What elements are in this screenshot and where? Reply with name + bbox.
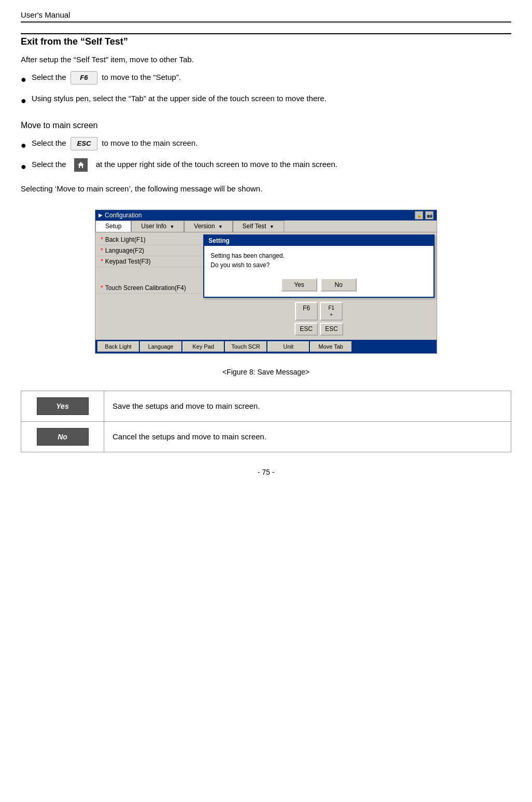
bottom-tab-touchscr[interactable]: Touch SCR [225, 341, 267, 352]
fig-arrow-icon: ▶ [99, 212, 103, 218]
dialog-title: Setting [204, 236, 433, 246]
dialog-box: Setting Setting has been changed. Do you… [203, 234, 435, 298]
table-row-yes: Yes Save the setups and move to main scr… [21, 391, 511, 421]
fig-row-2: * Language(F2) [97, 245, 201, 256]
fig-content-area: * Back Light(F1) * Language(F2) * Keypad… [95, 232, 437, 340]
bullet-dot-4: ● [21, 159, 26, 174]
no-description: Cancel the setups and move to main scree… [104, 421, 511, 452]
yes-btn-cell: Yes [21, 391, 104, 421]
esc-key: ESC [71, 137, 97, 150]
fig-tab-setup[interactable]: Setup [95, 220, 131, 232]
dialog-no-btn[interactable]: No [320, 278, 357, 292]
fig-row-1: * Back Light(F1) [97, 234, 201, 245]
figure-container: ▶ Configuration 🔒 📷 Setup User Info ▼ Ve… [95, 210, 437, 354]
page-footer: - 75 - [21, 468, 511, 476]
bullet1-suffix: to move to the “Setup”. [102, 73, 181, 81]
fig-tab-selftest[interactable]: Self Test ▼ [233, 220, 284, 232]
dialog-body: Setting has been changed. Do you wish to… [204, 246, 433, 275]
fig-title-icons: 🔒 📷 [415, 211, 433, 219]
section1-heading: Exit from the “Self Test” [21, 36, 511, 47]
fig-left-panel: * Back Light(F1) * Language(F2) * Keypad… [97, 234, 201, 338]
save-table: Yes Save the setups and move to main scr… [21, 391, 511, 452]
fig-title: Configuration [105, 212, 142, 219]
bullet1-prefix: Select the [32, 73, 66, 81]
bullet3-suffix: to move to the main screen. [102, 139, 198, 147]
key-f6: F6 [295, 302, 318, 321]
bottom-tab-language[interactable]: Language [140, 341, 181, 352]
key-row-1: F6 F1 + [295, 302, 343, 321]
page-header: User's Manual [21, 10, 511, 23]
no-btn-cell: No [21, 421, 104, 452]
fig-tab-version[interactable]: Version ▼ [184, 220, 232, 232]
star-2: * [101, 247, 103, 254]
section3-intro: Selecting ‘Move to main screen’, the fol… [21, 183, 511, 195]
section2-heading: Move to main screen [21, 119, 511, 132]
table-row-no: No Cancel the setups and move to main sc… [21, 421, 511, 452]
bullet4-suffix: at the upper right side of the touch scr… [96, 160, 338, 169]
bullet3-prefix: Select the [32, 139, 66, 147]
star-3: * [101, 258, 103, 265]
fig-row-3: * Keypad Test(F3) [97, 256, 201, 267]
star-4: * [101, 284, 103, 292]
manual-title: User's Manual [21, 10, 70, 19]
row-text-3: Keypad Test(F3) [105, 258, 151, 265]
f6-key: F6 [71, 71, 97, 85]
bullet-item-3: ● Select the ESC to move to the main scr… [21, 137, 511, 153]
figure-caption: <Figure 8: Save Message> [222, 366, 310, 378]
key-f1-esc: F1 + [320, 302, 343, 321]
fig-right-panel: Setting Setting has been changed. Do you… [203, 234, 435, 338]
bullet-dot-3: ● [21, 138, 26, 153]
fig-key-panel: F6 F1 + ESC ESC [203, 300, 435, 338]
bullet-item-1: ● Select the F6 to move to the “Setup”. [21, 71, 511, 87]
key-esc-1: ESC [295, 323, 318, 336]
bullet2-text: Using stylus pen, select the “Tab” at th… [32, 92, 327, 105]
fig-title-bar-left: ▶ Configuration [99, 212, 142, 219]
star-1: * [101, 236, 103, 243]
fig-icon-cam: 📷 [425, 211, 433, 219]
bullet-dot-2: ● [21, 93, 26, 108]
yes-description: Save the setups and move to main screen. [104, 391, 511, 421]
home-icon [74, 158, 88, 172]
bullet-item-4: ● Select the at the upper right side of … [21, 158, 511, 174]
fig-tabs: Setup User Info ▼ Version ▼ Self Test ▼ [95, 220, 437, 232]
fig-tab-userinfo[interactable]: User Info ▼ [131, 220, 184, 232]
tab-arrow-3: ▼ [270, 224, 274, 229]
section1-bullets: ● Select the F6 to move to the “Setup”. … [21, 71, 511, 108]
key-esc-2: ESC [320, 323, 343, 336]
dialog-line1: Setting has been changed. [211, 251, 427, 260]
fig-title-bar: ▶ Configuration 🔒 📷 [95, 210, 437, 220]
dialog-buttons: Yes No [204, 275, 433, 297]
fig-bottom-tabs: Back Light Language Key Pad Touch SCR Un… [95, 340, 437, 353]
bullet-dot-1: ● [21, 72, 26, 87]
bullet4-prefix: Select the [32, 160, 66, 169]
bottom-tab-keypad[interactable]: Key Pad [183, 341, 224, 352]
bottom-tab-backlight[interactable]: Back Light [97, 341, 139, 352]
fig-row-4: * Touch Screen Calibration(F4) [97, 283, 201, 294]
bottom-tab-unit[interactable]: Unit [268, 341, 309, 352]
bullet-item-2: ● Using stylus pen, select the “Tab” at … [21, 92, 511, 108]
tab-arrow-2: ▼ [218, 224, 223, 229]
key-row-2: ESC ESC [295, 323, 343, 336]
section1-intro: After setup the “Self Test” item, move t… [21, 53, 511, 66]
yes-button-image: Yes [37, 397, 89, 415]
section2-bullets: ● Select the ESC to move to the main scr… [21, 137, 511, 174]
fig-icon-lock: 🔒 [415, 211, 423, 219]
no-button-image: No [37, 428, 89, 446]
dialog-line2: Do you wish to save? [211, 260, 427, 270]
dialog-yes-btn[interactable]: Yes [281, 278, 317, 292]
row-text-4: Touch Screen Calibration(F4) [105, 284, 186, 292]
row-text-1: Back Light(F1) [105, 236, 146, 243]
tab-arrow-1: ▼ [170, 224, 174, 229]
row-text-2: Language(F2) [105, 247, 144, 254]
fig-body: * Back Light(F1) * Language(F2) * Keypad… [95, 232, 437, 354]
page-number: - 75 - [258, 468, 275, 476]
bottom-tab-movetab[interactable]: Move Tab [310, 341, 352, 352]
